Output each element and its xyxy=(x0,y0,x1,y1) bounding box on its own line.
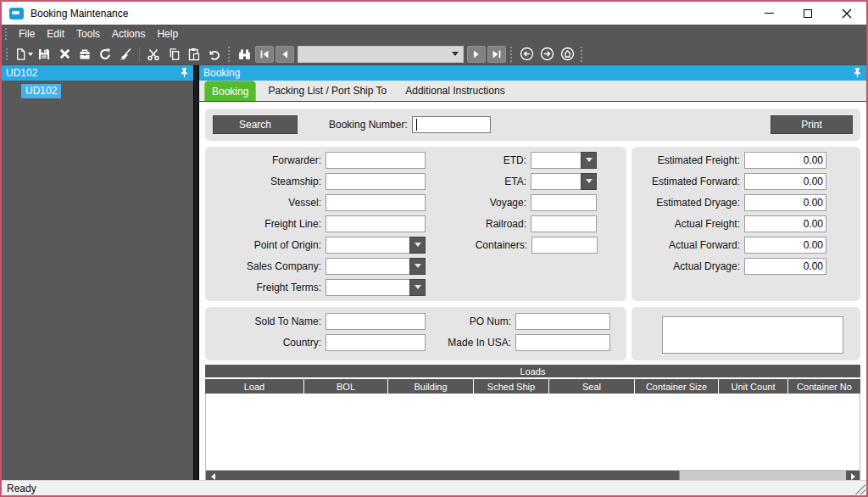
next-record-button[interactable] xyxy=(467,46,486,63)
chevron-down-icon xyxy=(586,158,593,162)
column-header-bol[interactable]: BOL xyxy=(304,379,387,394)
new-document-icon xyxy=(14,47,27,61)
estimated-dryage-input[interactable] xyxy=(744,194,826,211)
scroll-right-button[interactable] xyxy=(846,471,860,480)
column-header-sched-ship[interactable]: Sched Ship xyxy=(474,379,548,394)
status-text: Ready xyxy=(7,483,36,494)
point-of-origin-dropdown-button[interactable] xyxy=(409,237,426,254)
minimize-icon xyxy=(765,13,774,14)
close-button[interactable] xyxy=(827,2,866,25)
sales-company-input[interactable] xyxy=(326,258,409,275)
column-header-container-no[interactable]: Container No xyxy=(788,379,860,394)
containers-label: Containers: xyxy=(426,239,531,251)
scroll-left-button[interactable] xyxy=(206,471,220,480)
copy-button[interactable] xyxy=(164,45,184,64)
made-in-usa-input[interactable] xyxy=(515,334,610,351)
tab-additional-instructions[interactable]: Additional Instructions xyxy=(398,81,511,101)
previous-record-button[interactable] xyxy=(275,46,294,63)
tab-booking[interactable]: Booking xyxy=(204,81,256,101)
last-record-button[interactable] xyxy=(487,46,506,63)
freight-line-input[interactable] xyxy=(326,215,426,232)
freight-terms-input[interactable] xyxy=(326,279,409,296)
booking-panel: Booking Booking Packing List / Port Ship… xyxy=(199,65,866,480)
etd-input[interactable] xyxy=(531,152,581,169)
sales-company-dropdown-button[interactable] xyxy=(409,258,426,275)
paste-button[interactable] xyxy=(184,45,204,64)
clean-button[interactable] xyxy=(115,45,136,64)
new-button[interactable] xyxy=(14,45,34,64)
delete-button[interactable] xyxy=(54,45,75,64)
estimated-forward-label: Estimated Forward: xyxy=(636,176,744,187)
pin-icon[interactable] xyxy=(853,68,862,78)
railroad-input[interactable] xyxy=(531,215,597,232)
panel-splitter[interactable] xyxy=(193,65,199,480)
find-button[interactable] xyxy=(234,45,254,64)
booking-number-input[interactable] xyxy=(412,116,491,133)
scrollbar-track[interactable] xyxy=(680,471,846,480)
first-record-button[interactable] xyxy=(255,46,274,63)
toolbar-separator xyxy=(139,47,140,62)
navigator-tree: UD102 xyxy=(2,81,193,480)
actual-freight-input[interactable] xyxy=(744,215,826,232)
cut-button[interactable] xyxy=(143,45,164,64)
sold-to-name-input[interactable] xyxy=(326,313,426,330)
vessel-input[interactable] xyxy=(326,194,426,211)
tab-packing-list-port-ship-to[interactable]: Packing List / Port Ship To xyxy=(261,81,393,101)
actual-dryage-input[interactable] xyxy=(744,258,826,275)
save-button[interactable] xyxy=(34,45,54,64)
actual-dryage-label: Actual Dryage: xyxy=(636,260,744,272)
country-input[interactable] xyxy=(326,334,426,351)
eta-dropdown-button[interactable] xyxy=(581,173,597,190)
column-header-load[interactable]: Load xyxy=(205,379,303,394)
column-header-seal[interactable]: Seal xyxy=(549,379,634,394)
back-circle-icon xyxy=(520,47,534,61)
minimize-button[interactable] xyxy=(749,2,788,25)
chevron-down-icon xyxy=(415,243,421,247)
menu-help[interactable]: Help xyxy=(151,25,184,43)
menu-tools[interactable]: Tools xyxy=(70,25,106,43)
tree-item-ud102[interactable]: UD102 xyxy=(21,84,61,98)
estimated-forward-input[interactable] xyxy=(744,173,826,190)
forwarder-input[interactable] xyxy=(326,152,426,169)
paste-clipboard-icon xyxy=(187,47,201,61)
booking-tab-content: Search Booking Number: Print Forwarder: xyxy=(199,102,866,480)
loads-grid-body[interactable] xyxy=(205,394,860,471)
menu-file[interactable]: File xyxy=(13,25,41,43)
horizontal-scrollbar[interactable] xyxy=(205,471,860,480)
pin-icon[interactable] xyxy=(180,68,189,78)
actual-forward-input[interactable] xyxy=(744,237,826,254)
loads-grid-header-row: Load BOL Building Sched Ship Seal Contai… xyxy=(205,379,860,394)
refresh-button[interactable] xyxy=(95,45,115,64)
maximize-button[interactable] xyxy=(788,2,827,25)
post-button[interactable] xyxy=(75,45,95,64)
column-header-unit-count[interactable]: Unit Count xyxy=(719,379,787,394)
column-header-container-size[interactable]: Container Size xyxy=(635,379,718,394)
containers-input[interactable] xyxy=(531,237,598,254)
notes-textarea[interactable] xyxy=(662,316,843,354)
print-button[interactable]: Print xyxy=(771,115,853,134)
window-title: Booking Maintenance xyxy=(31,8,128,20)
steamship-input[interactable] xyxy=(326,173,426,190)
scrollbar-thumb[interactable] xyxy=(220,471,680,480)
resize-grip[interactable] xyxy=(854,483,865,494)
record-combobox[interactable] xyxy=(298,46,464,63)
po-num-input[interactable] xyxy=(515,313,610,330)
freight-terms-dropdown-button[interactable] xyxy=(409,279,426,296)
menu-edit[interactable]: Edit xyxy=(41,25,70,43)
eta-input[interactable] xyxy=(531,173,581,190)
estimated-freight-input[interactable] xyxy=(744,152,826,169)
voyage-input[interactable] xyxy=(531,194,597,211)
menu-actions[interactable]: Actions xyxy=(106,25,151,43)
close-icon xyxy=(842,8,852,19)
voyage-label: Voyage: xyxy=(426,197,531,209)
toolbar-separator xyxy=(581,47,583,62)
search-button[interactable]: Search xyxy=(213,115,298,134)
undo-button[interactable] xyxy=(204,45,225,64)
etd-dropdown-button[interactable] xyxy=(581,152,597,169)
vessel-label: Vessel: xyxy=(205,197,326,209)
back-button[interactable] xyxy=(516,45,537,64)
point-of-origin-input[interactable] xyxy=(326,237,409,254)
home-button[interactable] xyxy=(557,45,577,64)
column-header-building[interactable]: Building xyxy=(388,379,473,394)
forward-button[interactable] xyxy=(537,45,557,64)
